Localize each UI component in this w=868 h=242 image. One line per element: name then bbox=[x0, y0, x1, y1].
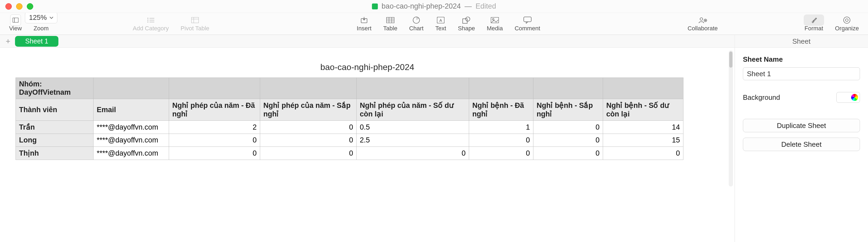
cell-annual-taken[interactable]: 0 bbox=[169, 134, 260, 147]
cell-annual-balance[interactable]: 2.5 bbox=[356, 134, 469, 147]
vertical-scrollbar[interactable] bbox=[729, 50, 733, 186]
chart-button[interactable]: Chart bbox=[403, 16, 429, 32]
data-table[interactable]: Nhóm: DayOffVietnam Thành viên Email Ngh… bbox=[16, 78, 683, 160]
title-separator: — bbox=[465, 2, 472, 10]
window-title: bao-cao-nghi-phep-2024 — Edited bbox=[372, 2, 496, 10]
pivot-table-button[interactable]: Pivot Table bbox=[175, 16, 215, 32]
scrollbar-thumb[interactable] bbox=[729, 52, 733, 68]
svg-point-31 bbox=[845, 19, 848, 22]
delete-sheet-button[interactable]: Delete Sheet bbox=[743, 138, 860, 151]
cell-member[interactable]: Long bbox=[16, 134, 93, 147]
zoom-window-button[interactable] bbox=[27, 3, 33, 10]
insert-button[interactable]: Insert bbox=[351, 16, 377, 32]
cell-annual-taken[interactable]: 2 bbox=[169, 121, 260, 134]
svg-point-24 bbox=[492, 19, 494, 20]
view-button[interactable]: View bbox=[3, 16, 28, 32]
zoom-button[interactable]: 125% Zoom bbox=[28, 16, 54, 32]
shape-button[interactable]: Shape bbox=[452, 16, 481, 32]
sheet-tab-1[interactable]: Sheet 1 bbox=[15, 36, 58, 47]
close-window-button[interactable] bbox=[5, 3, 12, 10]
header-sick-balance[interactable]: Nghỉ bệnh - Số dư còn lại bbox=[603, 99, 683, 121]
organize-icon bbox=[841, 16, 852, 24]
duplicate-sheet-button[interactable]: Duplicate Sheet bbox=[743, 119, 860, 132]
insert-label: Insert bbox=[357, 25, 372, 32]
header-member[interactable]: Thành viên bbox=[16, 99, 93, 121]
list-bullet-icon bbox=[146, 16, 156, 24]
spreadsheet-canvas[interactable]: bao-cao-nghi-phep-2024 Nhóm: DayOffVietn… bbox=[0, 48, 735, 242]
cell-annual-taken[interactable]: 0 bbox=[169, 147, 260, 160]
cell-sick-balance[interactable]: 14 bbox=[603, 121, 683, 134]
header-annual-upcoming[interactable]: Nghỉ phép của năm - Sắp nghỉ bbox=[260, 99, 356, 121]
cell-annual-upcoming[interactable]: 0 bbox=[260, 147, 356, 160]
header-annual-balance[interactable]: Nghỉ phép của năm - Số dư còn lại bbox=[356, 99, 469, 121]
table-row[interactable]: Trần ****@dayoffvn.com 2 0 0.5 1 0 14 bbox=[16, 121, 683, 134]
text-button[interactable]: A Text bbox=[429, 16, 452, 32]
svg-rect-0 bbox=[12, 18, 18, 22]
table-group-row[interactable]: Nhóm: DayOffVietnam bbox=[16, 78, 683, 99]
organize-button[interactable]: Organize bbox=[829, 16, 865, 32]
add-category-button[interactable]: Add Category bbox=[127, 16, 175, 32]
cell-email[interactable]: ****@dayoffvn.com bbox=[93, 147, 169, 160]
cell-sick-upcoming[interactable]: 0 bbox=[533, 134, 603, 147]
header-email[interactable]: Email bbox=[93, 99, 169, 121]
minimize-window-button[interactable] bbox=[16, 3, 23, 10]
comment-button[interactable]: Comment bbox=[509, 16, 546, 32]
sidebar-icon bbox=[10, 15, 21, 26]
header-sick-taken[interactable]: Nghỉ bệnh - Đã nghỉ bbox=[469, 99, 533, 121]
media-label: Media bbox=[487, 25, 503, 32]
window-titlebar: bao-cao-nghi-phep-2024 — Edited bbox=[0, 0, 868, 13]
cell-annual-balance[interactable]: 0 bbox=[356, 147, 469, 160]
header-sick-upcoming[interactable]: Nghỉ bệnh - Sắp nghỉ bbox=[533, 99, 603, 121]
cell-sick-taken[interactable]: 0 bbox=[469, 134, 533, 147]
inspector-tab-sheet[interactable]: Sheet bbox=[735, 35, 868, 48]
cell-member[interactable]: Thịnh bbox=[16, 147, 93, 160]
content-area: bao-cao-nghi-phep-2024 Nhóm: DayOffVietn… bbox=[0, 48, 868, 242]
shape-icon bbox=[461, 16, 472, 24]
table-button[interactable]: Table bbox=[377, 16, 403, 32]
cell-sick-balance[interactable]: 15 bbox=[603, 134, 683, 147]
table-title[interactable]: bao-cao-nghi-phep-2024 bbox=[0, 62, 735, 72]
text-label: Text bbox=[435, 25, 446, 32]
document-filename: bao-cao-nghi-phep-2024 bbox=[381, 2, 461, 10]
add-sheet-button[interactable]: + bbox=[3, 36, 13, 46]
cell-sick-upcoming[interactable]: 0 bbox=[533, 121, 603, 134]
shape-label: Shape bbox=[458, 25, 475, 32]
chart-label: Chart bbox=[409, 25, 424, 32]
cell-sick-taken[interactable]: 0 bbox=[469, 147, 533, 160]
sheet-name-label: Sheet Name bbox=[743, 55, 860, 63]
cell-annual-upcoming[interactable]: 0 bbox=[260, 134, 356, 147]
background-color-picker[interactable] bbox=[836, 92, 860, 103]
collaborate-button[interactable]: Collaborate bbox=[682, 16, 724, 32]
window-controls bbox=[5, 3, 33, 10]
table-row[interactable]: Thịnh ****@dayoffvn.com 0 0 0 0 0 0 bbox=[16, 147, 683, 160]
media-button[interactable]: Media bbox=[481, 16, 509, 32]
cell-email[interactable]: ****@dayoffvn.com bbox=[93, 121, 169, 134]
format-button[interactable]: Format bbox=[799, 16, 829, 32]
svg-rect-3 bbox=[150, 18, 154, 19]
cell-annual-balance[interactable]: 0.5 bbox=[356, 121, 469, 134]
paintbrush-icon bbox=[804, 15, 824, 26]
cell-member[interactable]: Trần bbox=[16, 121, 93, 134]
inspector-panel: Sheet Name Background Duplicate Sheet De… bbox=[735, 48, 868, 242]
cell-sick-upcoming[interactable]: 0 bbox=[533, 147, 603, 160]
table-header-row[interactable]: Thành viên Email Nghỉ phép của năm - Đã … bbox=[16, 99, 683, 121]
cell-sick-taken[interactable]: 1 bbox=[469, 121, 533, 134]
table-row[interactable]: Long ****@dayoffvn.com 0 0 2.5 0 0 15 bbox=[16, 134, 683, 147]
toolbar: View 125% Zoom Add Category Pivot Table bbox=[0, 13, 868, 35]
zoom-value: 125% bbox=[29, 14, 47, 22]
zoom-label: Zoom bbox=[33, 25, 49, 32]
table-label: Table bbox=[383, 25, 398, 32]
svg-point-6 bbox=[147, 22, 148, 23]
background-label: Background bbox=[743, 93, 780, 102]
header-annual-taken[interactable]: Nghỉ phép của năm - Đã nghỉ bbox=[169, 99, 260, 121]
media-icon bbox=[490, 16, 500, 24]
sheet-name-input[interactable] bbox=[743, 68, 860, 80]
cell-annual-upcoming[interactable]: 0 bbox=[260, 121, 356, 134]
add-category-label: Add Category bbox=[133, 25, 169, 32]
svg-rect-7 bbox=[150, 22, 154, 22]
group-label-cell[interactable]: Nhóm: DayOffVietnam bbox=[16, 78, 93, 99]
cell-email[interactable]: ****@dayoffvn.com bbox=[93, 134, 169, 147]
cell-sick-balance[interactable]: 0 bbox=[603, 147, 683, 160]
svg-point-4 bbox=[147, 20, 148, 21]
document-icon bbox=[372, 3, 378, 9]
